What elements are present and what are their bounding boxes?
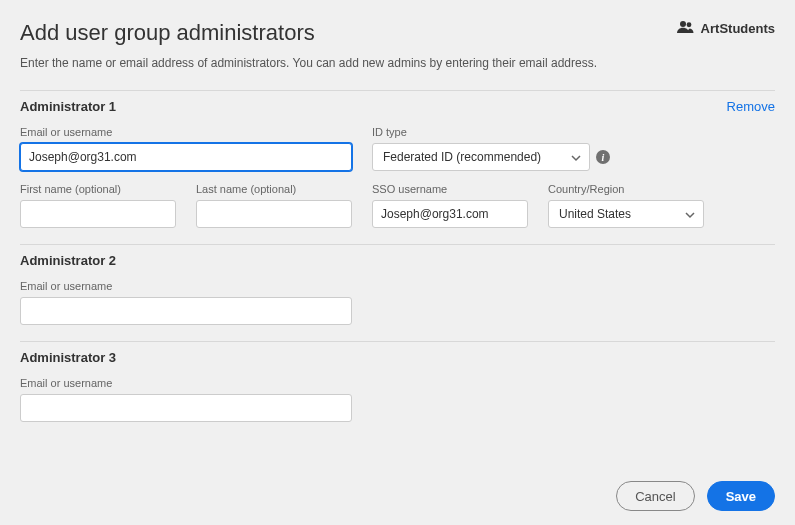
email-label: Email or username	[20, 126, 352, 138]
save-button[interactable]: Save	[707, 481, 775, 511]
first-name-input[interactable]	[20, 200, 176, 228]
svg-point-0	[680, 21, 686, 27]
administrator-2-section: Administrator 2 Email or username	[20, 245, 775, 341]
administrator-1-heading: Administrator 1	[20, 99, 116, 114]
email-label: Email or username	[20, 377, 352, 389]
group-badge: ArtStudents	[677, 20, 775, 37]
sso-username-input[interactable]	[372, 200, 528, 228]
email-input[interactable]	[20, 297, 352, 325]
info-icon[interactable]: i	[596, 150, 610, 164]
id-type-value: Federated ID (recommended)	[383, 150, 541, 164]
group-name: ArtStudents	[701, 21, 775, 36]
administrator-3-heading: Administrator 3	[20, 350, 116, 365]
email-input[interactable]	[20, 143, 352, 171]
chevron-down-icon	[685, 209, 695, 219]
administrator-3-section: Administrator 3 Email or username	[20, 342, 775, 438]
administrator-1-section: Administrator 1 Remove Email or username…	[20, 91, 775, 244]
email-label: Email or username	[20, 280, 352, 292]
svg-point-1	[686, 22, 691, 27]
email-input[interactable]	[20, 394, 352, 422]
remove-link[interactable]: Remove	[727, 99, 775, 114]
country-region-label: Country/Region	[548, 183, 704, 195]
footer-actions: Cancel Save	[616, 481, 775, 511]
cancel-button[interactable]: Cancel	[616, 481, 694, 511]
sso-username-label: SSO username	[372, 183, 528, 195]
page-title: Add user group administrators	[20, 20, 315, 46]
page-subtitle: Enter the name or email address of admin…	[20, 56, 775, 70]
last-name-input[interactable]	[196, 200, 352, 228]
first-name-label: First name (optional)	[20, 183, 176, 195]
id-type-label: ID type	[372, 126, 617, 138]
administrator-2-heading: Administrator 2	[20, 253, 116, 268]
country-region-select[interactable]: United States	[548, 200, 704, 228]
id-type-select[interactable]: Federated ID (recommended)	[372, 143, 590, 171]
last-name-label: Last name (optional)	[196, 183, 352, 195]
chevron-down-icon	[571, 152, 581, 162]
users-icon	[677, 20, 695, 37]
country-region-value: United States	[559, 207, 631, 221]
